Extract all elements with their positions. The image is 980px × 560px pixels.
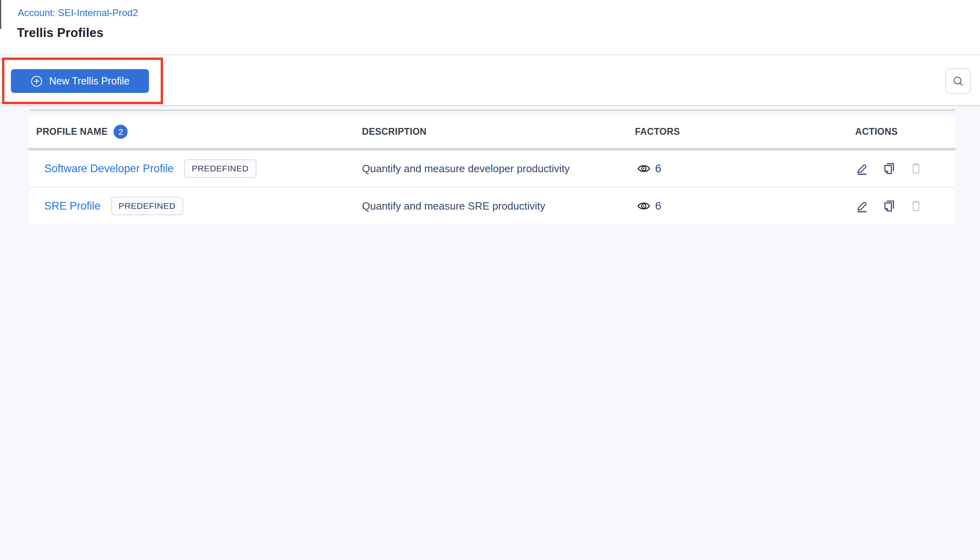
- profile-link-software-developer[interactable]: Software Developer Profile: [44, 163, 174, 175]
- copy-pages-icon: [882, 162, 896, 175]
- table-top-scrollbar[interactable]: [29, 109, 955, 111]
- profile-description: Quantify and measure SRE productivity: [362, 200, 545, 212]
- edit-profile-button[interactable]: [855, 162, 869, 175]
- account-breadcrumb[interactable]: Account: SEI-Internal-Prod2: [18, 7, 138, 19]
- pencil-icon: [855, 199, 869, 213]
- column-header-description: DESCRIPTION: [362, 126, 635, 137]
- delete-profile-button[interactable]: [909, 162, 923, 175]
- profile-link-sre[interactable]: SRE Profile: [44, 200, 101, 212]
- page-header-band: [0, 0, 980, 55]
- eye-icon: [637, 161, 651, 176]
- predefined-tag: PREDEFINED: [111, 197, 183, 215]
- table-row: SRE Profile PREDEFINED Quantify and meas…: [29, 187, 955, 224]
- profile-name-header-label: PROFILE NAME: [36, 126, 108, 137]
- circle-plus-icon: [30, 75, 43, 88]
- pencil-icon: [855, 162, 869, 175]
- clone-profile-button[interactable]: [882, 162, 896, 175]
- clone-profile-button[interactable]: [882, 199, 896, 213]
- table-row: Software Developer Profile PREDEFINED Qu…: [29, 150, 955, 187]
- copy-pages-icon: [882, 199, 896, 213]
- delete-profile-button[interactable]: [909, 199, 923, 213]
- column-header-actions: ACTIONS: [855, 126, 955, 137]
- table-header-row: PROFILE NAME 2 DESCRIPTION FACTORS ACTIO…: [29, 115, 955, 150]
- sidebar-edge-sliver: [0, 0, 1, 29]
- eye-icon: [637, 199, 651, 213]
- profile-count-badge: 2: [114, 125, 128, 139]
- new-trellis-profile-label: New Trellis Profile: [49, 75, 130, 87]
- search-icon: [952, 75, 964, 87]
- factors-count: 6: [655, 200, 662, 212]
- edit-profile-button[interactable]: [855, 199, 869, 213]
- search-button[interactable]: [945, 68, 971, 94]
- new-trellis-profile-button[interactable]: New Trellis Profile: [11, 69, 149, 93]
- predefined-tag: PREDEFINED: [184, 159, 256, 178]
- trash-icon: [909, 162, 923, 175]
- column-header-factors: FACTORS: [635, 126, 855, 137]
- page-title: Trellis Profiles: [17, 26, 103, 40]
- column-header-profile-name: PROFILE NAME 2: [29, 125, 362, 139]
- profile-description: Quantify and measure developer productiv…: [362, 163, 570, 175]
- factors-count: 6: [655, 162, 662, 175]
- profiles-table: PROFILE NAME 2 DESCRIPTION FACTORS ACTIO…: [29, 115, 955, 224]
- trash-icon: [909, 199, 923, 213]
